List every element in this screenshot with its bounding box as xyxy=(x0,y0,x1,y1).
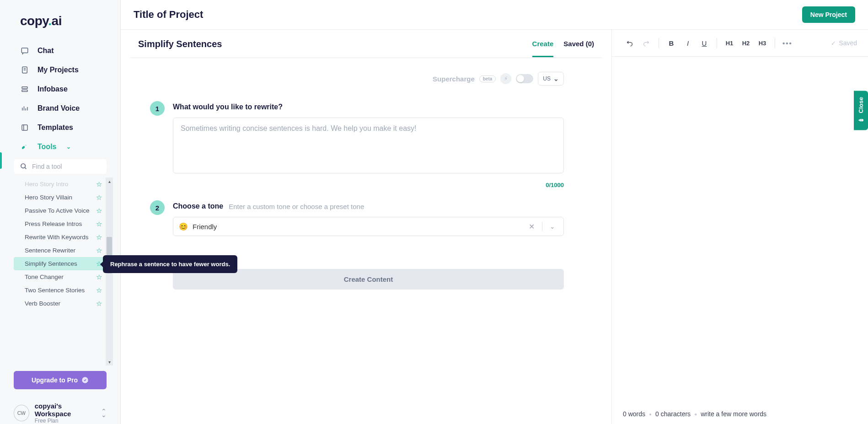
tool-item-press-release[interactable]: Press Release Intros☆ xyxy=(14,217,113,231)
tool-item-tone-changer[interactable]: Tone Changer☆ xyxy=(14,270,113,284)
star-icon[interactable]: ☆ xyxy=(96,220,102,228)
new-project-button[interactable]: New Project xyxy=(802,6,855,23)
svg-rect-0 xyxy=(21,48,28,53)
more-button[interactable]: ••• xyxy=(781,36,794,50)
close-label: Close xyxy=(857,97,864,113)
editor-body[interactable] xyxy=(612,57,868,404)
editor-toolbar: B I U H1 H2 H3 ••• ✓ Saved xyxy=(612,30,868,57)
star-icon[interactable]: ☆ xyxy=(96,180,102,188)
upgrade-label: Upgrade to Pro xyxy=(32,376,78,384)
active-indicator xyxy=(0,152,2,169)
star-icon[interactable]: ☆ xyxy=(96,247,102,255)
editor-footer: 0 words ● 0 characters ● write a few mor… xyxy=(612,404,868,424)
star-icon[interactable]: ☆ xyxy=(96,233,102,242)
tool-item-two-sentence[interactable]: Two Sentence Stories☆ xyxy=(14,284,113,297)
tone-select[interactable]: 😊 Friendly ✕ ⌄ xyxy=(173,217,564,236)
chevron-down-icon: ⌄ xyxy=(66,144,71,150)
underline-button[interactable]: U xyxy=(697,36,711,50)
nav-chat-label: Chat xyxy=(38,47,54,55)
lang-label: US xyxy=(543,75,551,82)
step-2-label: Choose a tone xyxy=(173,202,223,210)
tool-item-rewrite-keywords[interactable]: Rewrite With Keywords☆ xyxy=(14,231,113,244)
nav-chat[interactable]: Chat xyxy=(14,41,107,60)
step-1-badge: 1 xyxy=(150,101,165,116)
h3-button[interactable]: H3 xyxy=(755,36,769,50)
chevron-down-icon: ⌄ xyxy=(553,75,559,82)
beta-badge: beta xyxy=(479,75,496,82)
star-icon[interactable]: ☆ xyxy=(96,273,102,281)
workspace-name: copyai's Workspace xyxy=(35,402,96,418)
char-count: 0/1000 xyxy=(150,182,564,188)
tooltip: Rephrase a sentence to have fewer words. xyxy=(103,255,237,273)
topbar: Title of Project New Project xyxy=(121,0,868,30)
scroll-down-icon[interactable]: ▾ xyxy=(106,358,113,365)
bold-button[interactable]: B xyxy=(664,36,678,50)
star-icon[interactable]: ☆ xyxy=(96,193,102,202)
workspace-switcher[interactable]: CW copyai's Workspace Free Plan ⌃⌄ xyxy=(0,395,120,424)
tool-item-sentence-rewriter[interactable]: Sentence Rewriter☆ xyxy=(14,244,113,257)
step-2-badge: 2 xyxy=(150,200,165,215)
upgrade-button[interactable]: Upgrade to Pro xyxy=(14,371,107,389)
document-icon xyxy=(20,65,29,75)
tool-search[interactable] xyxy=(14,159,107,174)
updown-icon: ⌃⌄ xyxy=(101,409,107,417)
svg-line-13 xyxy=(25,167,26,169)
close-panel-button[interactable]: ✏ Close xyxy=(854,91,868,130)
star-icon[interactable]: ☆ xyxy=(96,207,102,215)
logo: copy.ai xyxy=(0,0,120,41)
tool-search-input[interactable] xyxy=(32,163,100,170)
tool-item-verb-booster[interactable]: Verb Booster☆ xyxy=(14,297,113,310)
workspace-plan: Free Plan xyxy=(35,418,96,424)
svg-rect-4 xyxy=(22,87,27,89)
sidebar: copy.ai Chat My Projects Infobase Brand … xyxy=(0,0,121,424)
nav-tools[interactable]: Tools ⌄ xyxy=(14,137,107,156)
tool-item-hero-villain[interactable]: Hero Story Villain☆ xyxy=(14,191,113,204)
nav-infobase[interactable]: Infobase xyxy=(14,80,107,99)
svg-rect-10 xyxy=(22,125,27,130)
step-1-label: What would you like to rewrite? xyxy=(173,101,564,111)
saved-indicator: ✓ Saved xyxy=(831,39,857,47)
nav-projects-label: My Projects xyxy=(38,66,79,74)
nav-tools-label: Tools xyxy=(38,143,56,151)
tab-saved[interactable]: Saved (0) xyxy=(563,40,594,57)
clear-tone-icon[interactable]: ✕ xyxy=(526,222,537,231)
nav-templates[interactable]: Templates xyxy=(14,118,107,137)
tool-item-passive-active[interactable]: Passive To Active Voice☆ xyxy=(14,204,113,217)
nav-templates-label: Templates xyxy=(38,123,73,132)
check-icon: ✓ xyxy=(831,40,836,47)
rewrite-input[interactable] xyxy=(173,118,564,173)
nav-brandvoice[interactable]: Brand Voice xyxy=(14,99,107,118)
tone-value: Friendly xyxy=(193,223,521,231)
tool-item-hero-intro[interactable]: Hero Story Intro☆ xyxy=(14,177,113,191)
bars-icon xyxy=(20,104,29,113)
bolt-icon: ⚡︎ xyxy=(500,73,511,84)
tone-emoji-icon: 😊 xyxy=(179,222,188,231)
tool-item-simplify-sentences[interactable]: Simplify Sentences☆ xyxy=(14,257,113,270)
tab-create[interactable]: Create xyxy=(532,40,554,57)
chevron-down-icon[interactable]: ⌄ xyxy=(547,223,558,230)
star-icon[interactable]: ☆ xyxy=(96,300,102,308)
supercharge-toggle[interactable] xyxy=(516,74,533,83)
char-count-footer: 0 characters xyxy=(655,410,691,418)
tool-title: Simplify Sentences xyxy=(138,39,222,58)
redo-button[interactable] xyxy=(639,36,653,50)
pencil-icon: ✏ xyxy=(857,117,864,123)
nav-brandvoice-label: Brand Voice xyxy=(38,104,80,113)
undo-button[interactable] xyxy=(623,36,637,50)
h2-button[interactable]: H2 xyxy=(739,36,753,50)
chat-icon xyxy=(20,46,29,55)
search-icon xyxy=(20,163,27,170)
star-icon[interactable]: ☆ xyxy=(96,286,102,295)
footer-hint: write a few more words xyxy=(701,410,766,418)
template-icon xyxy=(20,123,29,132)
word-count: 0 words xyxy=(623,410,645,418)
italic-button[interactable]: I xyxy=(681,36,695,50)
avatar: CW xyxy=(14,405,29,421)
language-select[interactable]: US ⌄ xyxy=(538,72,564,86)
nav-projects[interactable]: My Projects xyxy=(14,60,107,80)
h1-button[interactable]: H1 xyxy=(723,36,736,50)
project-title[interactable]: Title of Project xyxy=(134,9,203,21)
database-icon xyxy=(20,85,29,94)
scroll-up-icon[interactable]: ▴ xyxy=(106,177,113,185)
nav-infobase-label: Infobase xyxy=(38,85,68,93)
